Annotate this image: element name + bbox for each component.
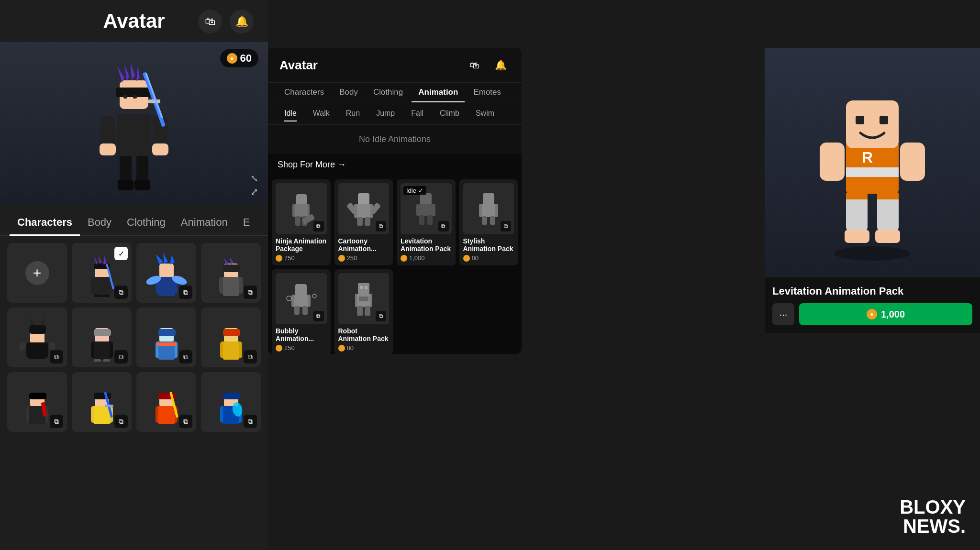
anim-item-bubbly[interactable]: ⧉ Bubbly Animation... 250 [272, 269, 331, 354]
anim-price-robot: 80 [338, 344, 390, 352]
anim-name-levitation: Levitation Animation Pack [401, 237, 452, 253]
char-item-selected[interactable]: ✓ ⧉ [72, 243, 132, 303]
anim-copy-cartoony: ⧉ [376, 221, 386, 231]
left-header-icons: 🛍 🔔 [198, 10, 254, 33]
svg-rect-77 [29, 393, 46, 399]
svg-rect-133 [358, 283, 369, 294]
center-nav-characters[interactable]: Characters [278, 83, 331, 102]
anim-name-cartoony: Cartoony Animation... [338, 237, 390, 253]
svg-marker-4 [131, 62, 135, 80]
left-cart-button[interactable]: 🛍 [198, 10, 222, 33]
svg-rect-15 [136, 156, 148, 182]
center-nav-clothing[interactable]: Clothing [367, 83, 410, 102]
svg-rect-8 [123, 95, 127, 99]
shop-more-header[interactable]: Shop For More → [268, 154, 522, 176]
copy-icon-9: ⧉ [50, 415, 63, 428]
sub-nav-walk[interactable]: Walk [306, 106, 336, 121]
anim-thumb-bubbly: ⧉ [276, 273, 327, 324]
left-avatar-preview: ● 60 [0, 42, 268, 205]
anim-name-ninja: Ninja Animation Package [276, 237, 327, 253]
left-nav-characters[interactable]: Characters [10, 209, 80, 235]
svg-rect-9 [133, 95, 137, 99]
anim-item-stylish[interactable]: ⧉ Stylish Animation Pack 80 [459, 179, 518, 265]
svg-rect-52 [29, 325, 46, 334]
char-item-5[interactable]: ⧉ [7, 308, 67, 367]
left-nav-emotes[interactable]: E [235, 209, 258, 235]
svg-rect-89 [158, 406, 175, 424]
svg-rect-13 [152, 143, 168, 155]
char-item-10[interactable]: ⧉ [72, 372, 132, 432]
svg-marker-25 [103, 256, 107, 264]
svg-rect-154 [877, 193, 899, 199]
right-avatar-preview: R [765, 48, 980, 277]
sub-nav-run[interactable]: Run [339, 106, 367, 121]
add-character-button[interactable]: + [7, 243, 67, 303]
left-nav-clothing[interactable]: Clothing [119, 209, 173, 235]
svg-rect-125 [295, 284, 307, 296]
center-nav-emotes[interactable]: Emotes [467, 83, 508, 102]
svg-rect-148 [880, 116, 888, 124]
svg-rect-141 [359, 297, 368, 301]
anim-item-levitation[interactable]: Idle ✓ ⧉ Levitation Animation Pack 1,000 [397, 179, 456, 265]
svg-marker-5 [136, 65, 140, 81]
add-icon: + [25, 261, 49, 285]
char-item-12[interactable]: ⧉ [201, 372, 261, 432]
char-item-7[interactable]: ⧉ [136, 308, 196, 367]
animation-grid: ⧉ Ninja Animation Package 750 [268, 176, 522, 354]
anim-thumb-stylish: ⧉ [463, 183, 514, 234]
idle-check: ✓ [418, 187, 423, 194]
left-bell-button[interactable]: 🔔 [230, 10, 254, 33]
center-cart-button[interactable]: 🛍 [465, 55, 484, 75]
anim-copy-ninja: ⧉ [313, 221, 324, 231]
sub-nav-idle[interactable]: Idle [278, 106, 303, 121]
anim-thumb-levitation: Idle ✓ ⧉ [401, 183, 452, 234]
anim-copy-stylish: ⧉ [501, 221, 511, 231]
svg-rect-101 [295, 204, 308, 217]
more-options-button[interactable]: ··· [772, 303, 794, 325]
anim-item-robot[interactable]: ⧉ Robot Animation Pack 80 [334, 269, 393, 354]
char-item-3[interactable]: ⧉ [136, 243, 196, 303]
left-panel-title: Avatar [103, 10, 165, 33]
sub-nav-jump[interactable]: Jump [369, 106, 401, 121]
anim-name-bubbly: Bubbly Animation... [276, 327, 327, 343]
svg-rect-130 [302, 306, 308, 315]
svg-rect-150 [900, 143, 925, 181]
svg-rect-67 [157, 342, 176, 346]
anim-item-ninja[interactable]: ⧉ Ninja Animation Package 750 [272, 179, 331, 265]
selected-check: ✓ [114, 247, 128, 260]
center-nav-animation[interactable]: Animation [412, 83, 465, 102]
svg-marker-33 [156, 254, 163, 264]
right-avatar-character: R [801, 62, 944, 263]
collapse-icon[interactable]: ⤢ [250, 186, 258, 198]
svg-rect-105 [358, 193, 369, 205]
sub-nav-climb[interactable]: Climb [433, 106, 466, 121]
buy-button[interactable]: ● 1,000 [799, 303, 972, 325]
char-item-9[interactable]: ⧉ [7, 372, 67, 432]
sub-nav-fall[interactable]: Fall [404, 106, 430, 121]
svg-rect-44 [223, 277, 239, 296]
left-nav-body[interactable]: Body [80, 209, 119, 235]
anim-item-cartoony[interactable]: ⧉ Cartoony Animation... 250 [334, 179, 393, 265]
expand-icon[interactable]: ⤡ [250, 173, 258, 184]
left-nav-animation[interactable]: Animation [173, 209, 235, 235]
buy-price: 1,000 [881, 309, 905, 320]
char-item-6[interactable]: ⧉ [72, 308, 132, 367]
anim-price-stylish: 80 [463, 254, 514, 262]
char-item-4[interactable]: ⧉ [201, 243, 261, 303]
price-coin-cartoony [338, 255, 345, 262]
sub-nav-swim[interactable]: Swim [469, 106, 501, 121]
center-bell-button[interactable]: 🔔 [491, 55, 510, 75]
left-header: Avatar 🛍 🔔 [0, 0, 268, 42]
svg-rect-71 [223, 341, 239, 360]
char-item-8[interactable]: ⧉ [201, 308, 261, 367]
character-grid: + ✓ ⧉ [0, 236, 268, 439]
svg-rect-124 [490, 216, 495, 225]
svg-text:R: R [862, 149, 873, 166]
copy-icon-8: ⧉ [244, 350, 257, 363]
svg-rect-19 [148, 99, 160, 103]
center-nav-body[interactable]: Body [333, 83, 365, 102]
svg-rect-10 [100, 116, 115, 145]
char-item-11[interactable]: ⧉ [136, 372, 196, 432]
copy-icon-4: ⧉ [244, 286, 257, 299]
svg-point-131 [287, 296, 291, 301]
